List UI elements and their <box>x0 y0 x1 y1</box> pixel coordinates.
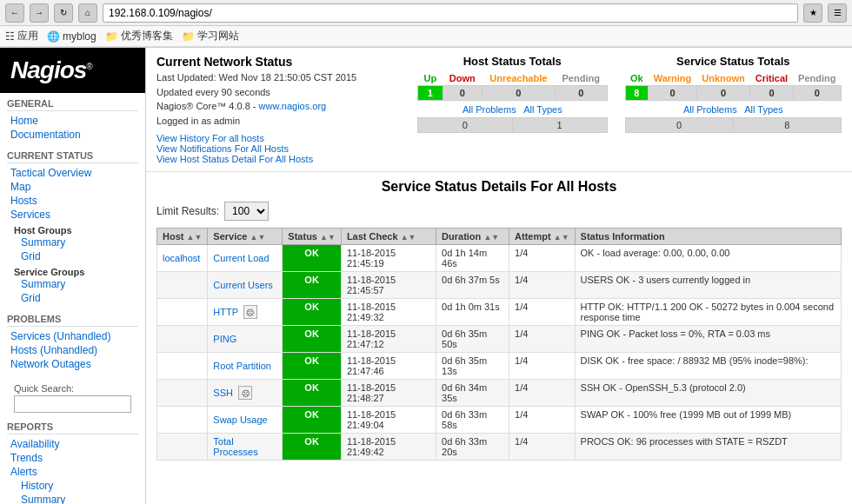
sidebar-item-hosts[interactable]: Hosts <box>7 194 138 208</box>
service-link-3[interactable]: PING <box>213 334 236 344</box>
limit-select[interactable]: 100 <box>224 202 269 221</box>
cell-service-5: SSH ☹ <box>208 380 283 407</box>
sidebar-item-hosts-unhandled[interactable]: Hosts (Unhandled) <box>7 343 138 357</box>
col-service[interactable]: Service ▲▼ <box>208 229 283 245</box>
bookmark-button[interactable]: ★ <box>803 3 822 23</box>
host-val-pending[interactable]: 0 <box>555 86 607 101</box>
service-link-6[interactable]: Swap Usage <box>213 414 267 425</box>
svc-all-types[interactable]: All Types <box>744 104 782 115</box>
quick-search-input[interactable] <box>14 395 131 413</box>
bookmark-myblog[interactable]: 🌐 myblog <box>47 30 97 43</box>
host-totals-table: Up Down Unreachable Pending 1 0 0 0 <box>417 71 608 101</box>
sidebar-item-alerts-summary[interactable]: Summary <box>7 493 138 504</box>
link-view-host-status[interactable]: View Host Status Detail For All Hosts <box>156 154 400 164</box>
cell-status-4: OK <box>283 353 342 380</box>
service-link-7[interactable]: Total Processes <box>213 436 257 457</box>
col-last-check[interactable]: Last Check ▲▼ <box>341 229 436 245</box>
service-sort-icon[interactable]: ▲▼ <box>250 233 266 242</box>
cell-attempt-0: 1/4 <box>509 245 575 272</box>
menu-button[interactable]: ☰ <box>828 3 847 23</box>
svc-val-unknown[interactable]: 0 <box>696 86 750 101</box>
service-link-0[interactable]: Current Load <box>213 253 269 263</box>
lastcheck-sort-icon[interactable]: ▲▼ <box>401 233 416 242</box>
version-link[interactable]: www.nagios.org <box>259 101 327 111</box>
sidebar-item-tactical[interactable]: Tactical Overview <box>7 166 138 180</box>
col-duration[interactable]: Duration ▲▼ <box>436 229 509 245</box>
cell-service-6: Swap Usage <box>208 407 283 434</box>
col-status[interactable]: Status ▲▼ <box>283 229 342 245</box>
service-link-1[interactable]: Current Users <box>213 280 272 290</box>
link-view-notifications[interactable]: View Notifications For All Hosts <box>156 143 400 154</box>
host-val-down[interactable]: 0 <box>443 86 482 101</box>
host-sort-icon[interactable]: ▲▼ <box>187 233 203 242</box>
sidebar-item-trends[interactable]: Trends <box>7 451 138 465</box>
cell-duration-3: 0d 6h 35m 50s <box>436 326 509 353</box>
service-details: Service Status Details For All Hosts Lim… <box>146 172 852 468</box>
table-row: SSH ☹ OK 11-18-2015 21:48:27 0d 6h 34m 3… <box>157 380 842 407</box>
sidebar-item-availability[interactable]: Availability <box>7 437 138 451</box>
status-sort-icon[interactable]: ▲▼ <box>320 233 336 242</box>
cell-attempt-7: 1/4 <box>509 434 575 461</box>
sidebar-item-hg-summary[interactable]: Summary <box>7 235 138 249</box>
bookmark-blog-collection[interactable]: 📁 优秀博客集 <box>105 29 173 43</box>
svc-val-critical[interactable]: 0 <box>750 86 793 101</box>
back-button[interactable]: ← <box>5 3 24 23</box>
sidebar-item-network-outages[interactable]: Network Outages <box>7 357 138 371</box>
cell-status-7: OK <box>283 434 342 461</box>
duration-sort-icon[interactable]: ▲▼ <box>483 233 499 242</box>
address-bar[interactable] <box>103 3 798 23</box>
svc-sub-val-1[interactable]: 8 <box>733 118 841 133</box>
host-col-up: Up <box>418 71 443 86</box>
sidebar-item-home[interactable]: Home <box>7 114 138 128</box>
sidebar-item-sg-summary[interactable]: Summary <box>7 277 138 291</box>
svc-all-problems[interactable]: All Problems <box>683 104 737 115</box>
svc-sub-val-0[interactable]: 0 <box>625 118 733 133</box>
blog-collection-label: 优秀博客集 <box>121 29 173 43</box>
host-sub-val-0[interactable]: 0 <box>418 118 513 133</box>
svc-val-ok[interactable]: 8 <box>625 86 649 101</box>
host-all-problems[interactable]: All Problems <box>463 104 516 115</box>
sidebar-item-alerts-history[interactable]: History <box>7 479 138 493</box>
service-link-4[interactable]: Root Partition <box>213 361 271 371</box>
host-col-unreachable: Unreachable <box>482 71 555 86</box>
app-container: Nagios® General Home Documentation Curre… <box>0 48 852 504</box>
svc-val-warning[interactable]: 0 <box>649 86 697 101</box>
host-all-types[interactable]: All Types <box>523 104 562 115</box>
col-info-label: Status Information <box>581 231 665 242</box>
sidebar-item-sg-grid[interactable]: Grid <box>7 291 138 305</box>
host-link-0[interactable]: localhost <box>163 253 200 263</box>
host-val-up[interactable]: 1 <box>418 86 443 101</box>
col-attempt[interactable]: Attempt ▲▼ <box>509 229 575 245</box>
svc-col-pending: Pending <box>793 71 841 86</box>
link-view-history[interactable]: View History For all hosts <box>156 133 400 143</box>
sidebar-item-documentation[interactable]: Documentation <box>7 128 138 142</box>
apps-icon: ☷ <box>5 30 15 43</box>
col-host[interactable]: Host ▲▼ <box>157 229 208 245</box>
cell-attempt-6: 1/4 <box>509 407 575 434</box>
bookmark-apps[interactable]: ☷ 应用 <box>5 29 38 43</box>
sidebar-item-alerts[interactable]: Alerts <box>7 465 138 479</box>
sidebar-item-services[interactable]: Services <box>7 208 138 222</box>
forward-button[interactable]: → <box>30 3 49 23</box>
service-link-2[interactable]: HTTP <box>213 307 238 317</box>
svc-val-pending[interactable]: 0 <box>793 86 841 101</box>
home-button[interactable]: ⌂ <box>78 3 97 23</box>
cell-service-2: HTTP ☹ <box>208 299 283 326</box>
refresh-button[interactable]: ↻ <box>54 3 73 23</box>
study-label: 学习网站 <box>197 29 239 43</box>
bookmark-study[interactable]: 📁 学习网站 <box>182 29 239 43</box>
attempt-sort-icon[interactable]: ▲▼ <box>554 233 569 242</box>
service-totals-table: Ok Warning Unknown Critical Pending 8 0 … <box>625 71 842 101</box>
limit-bar: Limit Results: 100 <box>156 202 842 221</box>
sidebar-item-map[interactable]: Map <box>7 180 138 194</box>
cell-attempt-1: 1/4 <box>509 272 575 299</box>
main-content: Current Network Status Last Updated: Wed… <box>146 48 852 504</box>
cell-lastcheck-7: 11-18-2015 21:49:42 <box>341 434 436 461</box>
service-link-5[interactable]: SSH <box>213 388 233 398</box>
host-totals-title: Host Status Totals <box>417 55 608 68</box>
host-val-unreachable[interactable]: 0 <box>482 86 555 101</box>
sidebar-item-hg-grid[interactable]: Grid <box>7 249 138 263</box>
host-sub-val-1[interactable]: 1 <box>512 118 607 133</box>
cell-info-0: OK - load average: 0.00, 0.00, 0.00 <box>575 245 841 272</box>
sidebar-item-services-unhandled[interactable]: Services (Unhandled) <box>7 329 138 343</box>
